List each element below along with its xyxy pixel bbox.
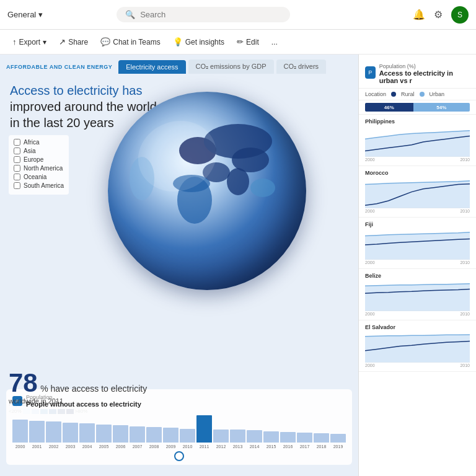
stat-number: 78 bbox=[9, 368, 38, 397]
export-button[interactable]: ↑ Export ▾ bbox=[7, 35, 51, 49]
country-item-philippines: Philippines 20002010 bbox=[359, 115, 476, 166]
country-name: Morocco bbox=[365, 170, 470, 176]
insights-icon: 💡 bbox=[173, 37, 183, 46]
bar-col-2005 bbox=[96, 412, 112, 443]
mini-chart bbox=[365, 127, 470, 157]
progress-bar: 46% 54% bbox=[365, 103, 470, 112]
checkbox-south-america[interactable]: South America bbox=[14, 182, 64, 189]
chat-button[interactable]: 💬 Chat in Teams bbox=[95, 35, 165, 49]
country-svg bbox=[365, 127, 470, 157]
country-name: Philippines bbox=[365, 118, 470, 125]
more-button[interactable]: ... bbox=[267, 35, 283, 49]
bar-label-2014: 2014 bbox=[247, 444, 262, 449]
svg-point-8 bbox=[173, 175, 210, 192]
svg-point-4 bbox=[227, 168, 249, 195]
bar-label-2008: 2008 bbox=[146, 444, 162, 449]
edit-button[interactable]: ✏ Edit bbox=[232, 35, 264, 49]
share-label: Share bbox=[68, 38, 88, 46]
axis-labels: 20002010 bbox=[365, 312, 470, 316]
bar-rect-2017 bbox=[297, 433, 312, 443]
urban-bar: 54% bbox=[413, 103, 470, 112]
stat-block: 78 % have access to electricity worldwid… bbox=[9, 370, 147, 405]
insights-button[interactable]: 💡 Get insights bbox=[168, 35, 229, 49]
checkbox-oceania[interactable]: Oceania bbox=[14, 174, 64, 180]
bar-label-2005: 2005 bbox=[96, 444, 112, 449]
right-panel-icon: P bbox=[365, 66, 376, 79]
edit-label: Edit bbox=[246, 38, 259, 46]
axis-labels: 20002010 bbox=[365, 157, 470, 162]
country-name: El Salvador bbox=[365, 324, 470, 330]
axis-labels: 20002010 bbox=[365, 260, 470, 265]
search-bar[interactable]: 🔍 bbox=[117, 7, 290, 22]
checkbox-africa[interactable]: Africa bbox=[14, 139, 64, 146]
section-label: AFFORDABLE AND CLEAN ENERGY bbox=[6, 64, 112, 70]
bar-col-2006 bbox=[113, 412, 128, 443]
bar-label-2010: 2010 bbox=[180, 444, 195, 449]
export-chevron-icon: ▾ bbox=[43, 38, 46, 46]
location-label: Location bbox=[365, 91, 386, 97]
rural-urban-progress: 46% 54% bbox=[359, 100, 476, 115]
top-navigation: General ▾ 🔍 🔔 ⚙ S bbox=[0, 0, 476, 30]
rph-icon-row: P Population (%) Access to electricity i… bbox=[365, 61, 470, 84]
bar-label-2017: 2017 bbox=[297, 444, 312, 449]
search-input[interactable] bbox=[140, 10, 281, 19]
axis-labels: 20002010 bbox=[365, 209, 470, 213]
bar-rect-2006 bbox=[113, 425, 128, 443]
tab-co2-drivers[interactable]: CO₂ drivers bbox=[276, 60, 327, 74]
bar-label-2002: 2002 bbox=[46, 444, 61, 449]
mini-chart bbox=[365, 178, 470, 208]
checkbox-asia[interactable]: Asia bbox=[14, 148, 64, 154]
bar-rect-2010 bbox=[180, 429, 195, 443]
world-globe bbox=[108, 92, 306, 290]
country-item-belize: Belize 20002010 bbox=[359, 269, 476, 320]
checkbox-europe[interactable]: Europe bbox=[14, 156, 64, 163]
slider-handle[interactable] bbox=[174, 451, 184, 461]
bar-col-2016 bbox=[280, 412, 296, 443]
bar-rect-2000 bbox=[12, 420, 28, 443]
country-item-morocco: Morocco 20002010 bbox=[359, 166, 476, 218]
title-text: General bbox=[7, 10, 36, 19]
share-icon: ↗ bbox=[59, 37, 66, 46]
bar-label-2001: 2001 bbox=[29, 444, 45, 449]
avatar[interactable]: S bbox=[451, 6, 469, 24]
insights-label: Get insights bbox=[185, 38, 224, 46]
timeline-slider[interactable] bbox=[12, 451, 346, 461]
settings-icon[interactable]: ⚙ bbox=[434, 9, 443, 20]
app-title[interactable]: General ▾ bbox=[7, 10, 43, 19]
bar-label-2012: 2012 bbox=[213, 444, 229, 449]
teams-icon: 💬 bbox=[100, 37, 110, 46]
tab-electricity-access[interactable]: Electricity access bbox=[118, 60, 185, 74]
country-name: Belize bbox=[365, 273, 470, 279]
bar-label-2004: 2004 bbox=[79, 444, 95, 449]
svg-marker-13 bbox=[365, 232, 470, 260]
share-button[interactable]: ↗ Share bbox=[54, 35, 93, 49]
right-panel-header: P Population (%) Access to electricity i… bbox=[359, 55, 476, 89]
bar-rect-2003 bbox=[63, 423, 78, 443]
export-icon: ↑ bbox=[12, 37, 17, 46]
bar-col-2003 bbox=[63, 412, 78, 443]
bar-label-2011: 2011 bbox=[196, 444, 212, 449]
bar-rect-2011 bbox=[196, 415, 212, 443]
country-item-fiji: Fiji 20002010 bbox=[359, 218, 476, 269]
svg-point-6 bbox=[232, 148, 269, 172]
urban-dot bbox=[420, 92, 425, 97]
bar-col-2018 bbox=[314, 412, 329, 443]
mini-chart bbox=[365, 333, 470, 363]
notification-icon[interactable]: 🔔 bbox=[413, 9, 425, 20]
bar-label-2007: 2007 bbox=[130, 444, 145, 449]
bar-col-2011 bbox=[196, 412, 212, 443]
bar-label-2000: 2000 bbox=[12, 444, 28, 449]
stat-suffix: % have access to electricity bbox=[40, 384, 147, 394]
bar-label-2015: 2015 bbox=[263, 444, 279, 449]
bar-rect-2015 bbox=[263, 431, 279, 443]
bar-label-2003: 2003 bbox=[63, 444, 78, 449]
bar-col-2019 bbox=[330, 412, 346, 443]
country-svg bbox=[365, 230, 470, 260]
tab-co2-gdp[interactable]: CO₂ emissions by GDP bbox=[188, 60, 274, 74]
export-label: Export bbox=[19, 38, 41, 46]
toolbar: ↑ Export ▾ ↗ Share 💬 Chat in Teams 💡 Get… bbox=[0, 30, 476, 55]
bar-rect-2008 bbox=[146, 427, 162, 443]
bar-col-2015 bbox=[263, 412, 279, 443]
checkbox-north-america[interactable]: North America bbox=[14, 165, 64, 172]
right-panel-title: Access to electricity in urban vs r bbox=[379, 69, 470, 84]
